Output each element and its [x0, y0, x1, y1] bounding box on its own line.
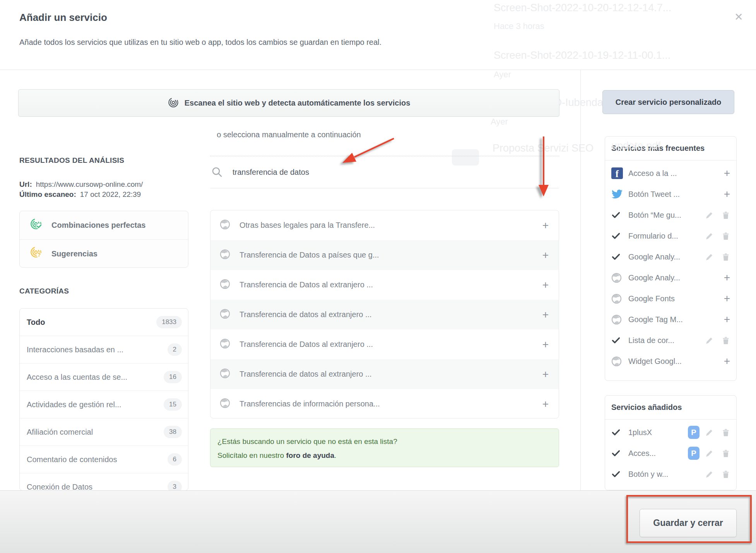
suggestions-icon: ?	[30, 246, 44, 261]
service-row[interactable]: Formulario d...	[605, 225, 736, 246]
create-custom-service-button[interactable]: Crear servicio personalizado	[602, 90, 734, 114]
service-row[interactable]: Lista de cor...	[605, 330, 736, 351]
facebook-icon: f	[611, 167, 623, 179]
service-row[interactable]: Google Fonts +	[605, 288, 736, 309]
add-service-button[interactable]: +	[542, 309, 549, 320]
help-forum-link[interactable]: foro de ayuda	[286, 451, 334, 459]
category-row[interactable]: Comentario de contenidos 6	[20, 446, 188, 473]
service-label: Google Fonts	[628, 294, 724, 303]
service-result-label: Transferencia de datos al extranjero ...	[239, 370, 542, 379]
service-result-label: Transferencia de Datos al extranjero ...	[239, 280, 542, 289]
category-row[interactable]: Conexión de Datos 3	[20, 473, 188, 491]
service-row[interactable]: Widget Googl... +	[605, 351, 736, 372]
add-service-button[interactable]: +	[542, 339, 549, 350]
last-scan-row: Último escaneo:17 oct 2022, 22:39	[19, 190, 141, 199]
edit-pencil-icon[interactable]	[705, 449, 714, 458]
service-label: Botón “Me gu...	[628, 211, 705, 220]
category-row[interactable]: Afiliación comercial 38	[20, 418, 188, 446]
category-row[interactable]: Acceso a las cuentas de se... 16	[20, 364, 188, 391]
categories-list: Todo 1833 Interacciones basadas en ... 2…	[19, 308, 188, 491]
edit-pencil-icon[interactable]	[705, 336, 714, 345]
service-row[interactable]: Botón y w...	[605, 464, 736, 485]
added-services-heading: Servicios añadidos	[605, 396, 736, 420]
service-row[interactable]: Google Analy...	[605, 246, 736, 267]
globe-icon	[220, 368, 230, 380]
service-result-row[interactable]: Transferencia de Datos a países que g...…	[210, 240, 559, 270]
background-file-time: Ayer	[491, 117, 508, 127]
facebook-icon: f	[611, 167, 624, 179]
category-count-badge: 6	[168, 453, 182, 466]
service-result-row[interactable]: Transferencia de datos al extranjero ...…	[210, 359, 559, 389]
add-service-button[interactable]: +	[724, 168, 730, 179]
service-row[interactable]: Botón “Me gu...	[605, 205, 736, 225]
globe-icon	[220, 309, 230, 321]
service-result-row[interactable]: Otras bases legales para la Transfere...…	[210, 210, 559, 240]
check-icon	[611, 336, 624, 345]
background-file-name: update.pdf	[611, 140, 661, 152]
missing-service-help-box: ¿Estás buscando un servicio que no está …	[210, 428, 559, 467]
service-result-row[interactable]: Transferencia de datos al extranjero ...…	[210, 300, 559, 329]
svg-text:?: ?	[38, 252, 41, 258]
add-service-button[interactable]: +	[542, 220, 549, 231]
perfect-matches-filter[interactable]: Combinaciones perfectas	[20, 211, 188, 239]
service-row[interactable]: Acces... P	[605, 443, 736, 464]
delete-trash-icon[interactable]	[722, 253, 730, 261]
scan-button-label: Escanea el sitio web y detecta automátic…	[185, 99, 410, 108]
search-input[interactable]	[232, 167, 503, 177]
service-row[interactable]: 1plusX P	[605, 422, 736, 443]
category-count-badge: 1833	[156, 316, 182, 328]
globe-icon	[220, 249, 230, 261]
service-result-label: Transferencia de datos al extranjero ...	[239, 310, 542, 319]
add-service-button[interactable]: +	[724, 189, 730, 200]
service-row[interactable]: Google Tag M... +	[605, 309, 736, 330]
delete-trash-icon[interactable]	[722, 336, 730, 345]
service-row[interactable]: f Acceso a la ... +	[605, 163, 736, 184]
delete-trash-icon[interactable]	[722, 428, 730, 437]
suggestions-filter[interactable]: ? Sugerencias	[20, 239, 188, 268]
edit-pencil-icon[interactable]	[705, 232, 714, 241]
manual-select-hint: o selecciona manualmente a continuación	[18, 130, 559, 139]
scan-website-button[interactable]: Escanea el sitio web y detecta automátic…	[18, 89, 559, 117]
delete-trash-icon[interactable]	[722, 470, 730, 479]
help-answer-prefix: Solicítalo en nuestro	[217, 451, 286, 459]
service-row[interactable]: Google Analy... +	[605, 267, 736, 288]
add-service-button[interactable]: +	[724, 272, 730, 283]
twitter-icon	[611, 188, 624, 200]
add-service-button[interactable]: +	[724, 314, 730, 325]
service-result-row[interactable]: Transferencia de Datos al extranjero ...…	[210, 329, 559, 359]
service-label: Acceso a la ...	[628, 169, 724, 178]
service-result-label: Transferencias de información persona...	[239, 399, 542, 408]
delete-trash-icon[interactable]	[722, 449, 730, 458]
service-result-row[interactable]: Transferencia de Datos al extranjero ...…	[210, 270, 559, 300]
add-service-button[interactable]: +	[542, 280, 549, 290]
globe-icon	[220, 279, 230, 291]
globe-icon	[611, 294, 624, 304]
last-scan-value: 17 oct 2022, 22:39	[80, 190, 141, 198]
globe-icon	[220, 219, 230, 231]
modal-header: Añadir un servicio Añade todos los servi…	[0, 0, 756, 70]
add-service-button[interactable]: +	[542, 399, 549, 410]
category-label: Actividades de gestión rel...	[27, 400, 121, 409]
service-result-label: Otras bases legales para la Transfere...	[239, 221, 542, 230]
service-result-label: Transferencia de Datos a países que g...	[239, 251, 542, 259]
suggestions-label: Sugerencias	[51, 249, 97, 258]
added-services-panel: Servicios añadidos 1plusX P Acces... P B…	[605, 395, 737, 490]
category-row[interactable]: Interacciones basadas en ... 2	[20, 336, 188, 364]
add-service-button[interactable]: +	[724, 356, 730, 367]
service-row[interactable]: Botón Tweet ... +	[605, 184, 736, 205]
delete-trash-icon[interactable]	[722, 232, 730, 241]
edit-pencil-icon[interactable]	[705, 211, 714, 220]
service-result-label: Transferencia de Datos al extranjero ...	[239, 340, 542, 349]
edit-pencil-icon[interactable]	[705, 470, 714, 479]
delete-trash-icon[interactable]	[722, 211, 730, 220]
service-label: Widget Googl...	[628, 357, 724, 366]
category-row[interactable]: Todo 1833	[20, 309, 188, 336]
add-service-button[interactable]: +	[542, 369, 549, 380]
edit-pencil-icon[interactable]	[705, 253, 714, 261]
close-icon[interactable]: ✕	[734, 11, 743, 23]
service-result-row[interactable]: Transferencias de información persona...…	[210, 389, 559, 418]
category-row[interactable]: Actividades de gestión rel... 15	[20, 391, 188, 418]
add-service-button[interactable]: +	[542, 250, 549, 261]
edit-pencil-icon[interactable]	[705, 428, 714, 437]
add-service-button[interactable]: +	[724, 293, 730, 304]
